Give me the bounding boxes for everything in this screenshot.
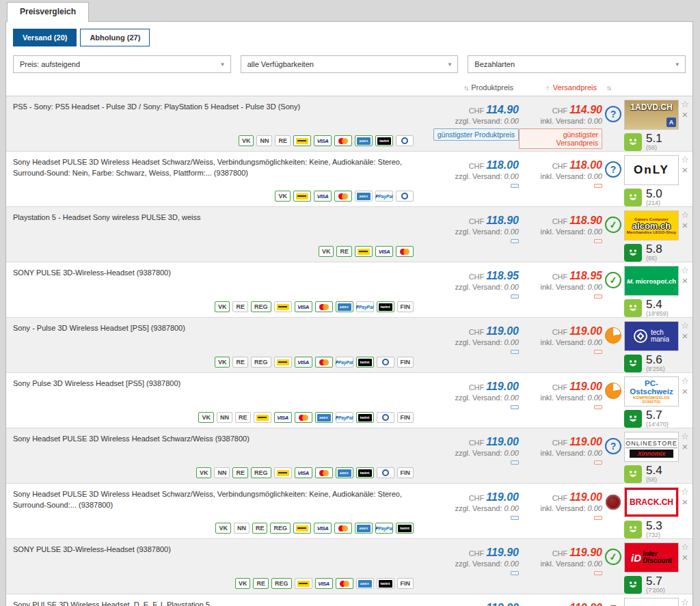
shop-rating[interactable]: 5.6 (9'256) bbox=[624, 354, 692, 372]
product-price: 119.90 bbox=[486, 602, 519, 606]
currency-label: CHF bbox=[552, 273, 568, 281]
sort-shippingprice[interactable]: ↑ Versandpreis bbox=[513, 83, 597, 92]
shop-logo[interactable]: techmania bbox=[624, 321, 679, 351]
shipping-price: 118.95 bbox=[569, 270, 602, 281]
payment-vk-badge: VK bbox=[235, 578, 251, 589]
excl-shipping-value: 0.00 bbox=[504, 117, 519, 125]
currency-label: CHF bbox=[552, 439, 568, 447]
payment-select[interactable]: Bezahlarten ▾ bbox=[468, 55, 686, 73]
remove-shop-icon[interactable]: × bbox=[682, 111, 688, 119]
payment-visa-badge: VISA bbox=[315, 578, 333, 589]
payment-mc-badge bbox=[315, 357, 333, 368]
offer-row: Sony PULSE 3D Wireless Headset, D, E, F,… bbox=[6, 594, 692, 606]
cheapest-product-badge bbox=[511, 184, 519, 188]
shop-rating[interactable]: 5.7 (14'470) bbox=[624, 409, 692, 428]
payment-amex-badge: AMEX bbox=[355, 523, 373, 534]
favorite-star-icon[interactable]: ☆ bbox=[681, 322, 689, 330]
currency-label: CHF bbox=[552, 494, 568, 502]
shop-rating[interactable]: 5.7 (7'200) bbox=[624, 575, 692, 594]
remove-shop-icon[interactable]: × bbox=[682, 277, 688, 285]
currency-label: CHF bbox=[552, 383, 568, 391]
toggle-versand[interactable]: Versand (20) bbox=[13, 29, 77, 46]
payment-fin-badge: FIN bbox=[397, 357, 414, 368]
favorite-star-icon[interactable]: ☆ bbox=[681, 266, 689, 275]
favorite-star-icon[interactable]: ☆ bbox=[681, 543, 689, 551]
shop-logo[interactable]: OnLY bbox=[624, 155, 679, 185]
cheapest-shipping-badge bbox=[594, 294, 602, 299]
shop-logo[interactable]: WOGCHworld of games bbox=[624, 598, 679, 606]
payment-re-badge: RE bbox=[253, 578, 269, 589]
shop-cell: ONLINESTOREXinnomix ☆ × 5.4 (58) bbox=[624, 428, 692, 483]
favorite-star-icon[interactable]: ☆ bbox=[681, 211, 689, 219]
payment-paypal-badge: PPayPal bbox=[336, 412, 353, 423]
favorite-star-icon[interactable]: ☆ bbox=[681, 488, 689, 496]
shop-logo-pcostschweiz: PC-OstschweizKOMPROMISSLOS GÜNSTIG bbox=[625, 379, 678, 404]
payment-re-badge: RE bbox=[275, 135, 291, 146]
offer-title: Sony Headset PULSE 3D Wireless Headset S… bbox=[13, 434, 414, 445]
availability-question-icon: ? bbox=[605, 161, 621, 178]
rating-count: (18'859) bbox=[646, 310, 669, 317]
payment-re-badge: RE bbox=[232, 467, 248, 478]
cheapest-shipping-badge bbox=[594, 350, 602, 354]
sort-productprice[interactable]: ↑↓ Produktpreis bbox=[411, 83, 513, 92]
shop-logo[interactable]: BRACK.CH bbox=[624, 487, 679, 517]
remove-shop-icon[interactable]: × bbox=[682, 332, 688, 340]
rating-value: 5.6 bbox=[646, 354, 665, 366]
tab-preisvergleich[interactable]: Preisvergleich bbox=[7, 2, 89, 22]
shop-rating[interactable]: 5.4 (18'859) bbox=[624, 299, 692, 317]
product-price-cell: CHF119.00 zzgl. Versand: 0.00 bbox=[416, 484, 519, 538]
favorite-star-icon[interactable]: ☆ bbox=[681, 100, 689, 109]
favorite-star-icon[interactable]: ☆ bbox=[681, 156, 689, 164]
currency-label: CHF bbox=[469, 162, 485, 170]
favorite-star-icon[interactable]: ☆ bbox=[681, 432, 689, 441]
remove-shop-icon[interactable]: × bbox=[682, 166, 688, 174]
shop-rating[interactable]: 5.3 (732) bbox=[624, 520, 692, 538]
remove-shop-icon[interactable]: × bbox=[682, 553, 688, 562]
availability-check-icon: ✓ bbox=[604, 271, 622, 289]
payment-visa-badge: VISA bbox=[314, 135, 332, 146]
payment-pf-badge bbox=[254, 412, 271, 423]
cheapest-product-badge bbox=[511, 571, 519, 575]
shop-rating[interactable]: 5.0 (214) bbox=[624, 188, 692, 206]
shop-rating[interactable]: 5.8 (86) bbox=[624, 243, 692, 262]
shop-logo[interactable]: PC-OstschweizKOMPROMISSLOS GÜNSTIG bbox=[624, 376, 679, 407]
payment-fin-badge: FIN bbox=[397, 578, 414, 589]
shipping-price: 119.00 bbox=[569, 325, 602, 337]
favorite-star-icon[interactable]: ☆ bbox=[681, 598, 689, 606]
toggle-abholung[interactable]: Abholung (27) bbox=[80, 29, 150, 46]
payment-re-badge: RE bbox=[336, 246, 352, 257]
incl-shipping-label: inkl. Versand: bbox=[540, 172, 585, 180]
favorite-star-icon[interactable]: ☆ bbox=[681, 377, 689, 385]
shop-rating[interactable]: 5.4 (58) bbox=[624, 465, 692, 483]
rating-value: 5.4 bbox=[646, 465, 662, 476]
payment-diners-badge bbox=[377, 357, 394, 368]
cheapest-product-badge bbox=[511, 405, 519, 409]
shop-cell: M.microspot.ch ☆ × 5.4 (18'859) bbox=[624, 262, 692, 317]
remove-shop-icon[interactable]: × bbox=[682, 387, 688, 396]
remove-shop-icon[interactable]: × bbox=[682, 221, 688, 230]
excl-shipping-value: 0.00 bbox=[504, 449, 519, 457]
rating-count: (58) bbox=[646, 476, 662, 483]
sort-select[interactable]: Preis: aufsteigend ▾ bbox=[13, 55, 231, 73]
payment-fin-badge: FIN bbox=[397, 412, 414, 423]
shop-logo[interactable]: 1ADVD.CHA bbox=[624, 100, 679, 130]
payment-re-badge: RE bbox=[235, 412, 251, 423]
payment-mc-badge bbox=[396, 246, 414, 257]
shop-logo[interactable]: M.microspot.ch bbox=[624, 266, 679, 296]
remove-shop-icon[interactable]: × bbox=[682, 443, 688, 451]
shop-rating[interactable]: 5.1 (58) bbox=[624, 133, 692, 151]
shop-logo[interactable]: iDInterDiscount bbox=[624, 542, 679, 573]
availability-select[interactable]: alle Verfügbarkeiten ▾ bbox=[241, 55, 459, 73]
incl-shipping-value: 0.00 bbox=[588, 560, 602, 568]
incl-shipping-label: inkl. Versand: bbox=[540, 117, 585, 125]
shop-logo[interactable]: Games Computeralcom.chMerchandise LEGO-S… bbox=[624, 210, 679, 240]
sort-extra[interactable]: ↑↓ bbox=[597, 83, 687, 92]
incl-shipping-value: 0.00 bbox=[588, 394, 602, 402]
remove-shop-icon[interactable]: × bbox=[682, 498, 688, 506]
payment-mc-badge bbox=[315, 467, 333, 478]
offer-row: Sony Headset PULSE 3D Wireless Headset S… bbox=[6, 152, 692, 207]
shop-logo[interactable]: ONLINESTOREXinnomix bbox=[624, 432, 679, 462]
excl-shipping-label: zzgl. Versand: bbox=[455, 504, 502, 512]
payment-twint-badge: twint bbox=[356, 412, 374, 423]
payment-icons: VKREREGVISAAMEXPPayPaltwintFIN bbox=[13, 297, 414, 312]
